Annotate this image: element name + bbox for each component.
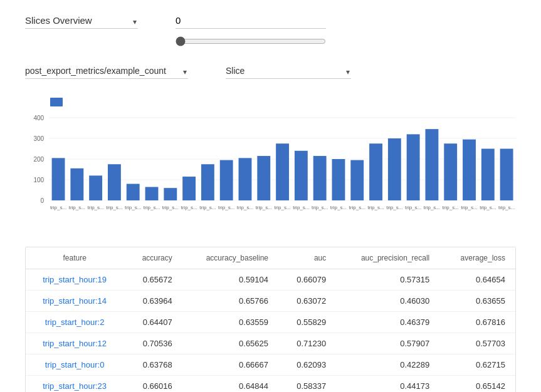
svg-text:trip_s...: trip_s... bbox=[181, 205, 197, 210]
cell-accuracy-baseline: 0.65625 bbox=[182, 333, 278, 354]
col-accuracy-baseline: accuracy_baseline bbox=[182, 247, 278, 269]
svg-rect-18 bbox=[127, 184, 140, 200]
cell-auc-precision-recall: 0.42289 bbox=[336, 354, 439, 376]
cell-average-loss: 0.65142 bbox=[439, 376, 515, 393]
svg-text:trip_s...: trip_s... bbox=[50, 205, 66, 210]
svg-rect-50 bbox=[425, 129, 438, 200]
cell-feature: trip_start_hour:2 bbox=[26, 312, 123, 333]
threshold-slider[interactable] bbox=[176, 36, 326, 46]
cell-auc-precision-recall: 0.44173 bbox=[336, 376, 439, 393]
table-row: trip_start_hour:19 0.65672 0.59104 0.660… bbox=[26, 269, 515, 291]
col-average-loss: average_loss bbox=[439, 247, 515, 269]
svg-rect-46 bbox=[388, 138, 401, 200]
svg-text:trip_s...: trip_s... bbox=[144, 205, 160, 210]
cell-auc: 0.62093 bbox=[278, 354, 336, 376]
svg-text:trip_s...: trip_s... bbox=[199, 205, 216, 210]
cell-feature: trip_start_hour:19 bbox=[26, 269, 123, 291]
svg-rect-54 bbox=[463, 140, 476, 200]
sort-by-dropdown[interactable]: Slice ▾ bbox=[226, 66, 351, 79]
svg-rect-14 bbox=[89, 175, 102, 200]
svg-text:trip_s...: trip_s... bbox=[256, 205, 272, 210]
svg-text:trip_s...: trip_s... bbox=[480, 205, 496, 210]
cell-auc-precision-recall: 0.57907 bbox=[336, 333, 439, 354]
cell-accuracy: 0.70536 bbox=[123, 333, 182, 354]
cell-accuracy: 0.63964 bbox=[123, 291, 182, 312]
svg-rect-40 bbox=[332, 159, 345, 200]
svg-text:trip_s...: trip_s... bbox=[87, 205, 103, 210]
col-accuracy: accuracy bbox=[123, 247, 182, 269]
legend-color-swatch bbox=[50, 98, 63, 106]
cell-accuracy: 0.64407 bbox=[123, 312, 182, 333]
svg-text:trip_s...: trip_s... bbox=[405, 205, 421, 210]
svg-text:0: 0 bbox=[41, 197, 45, 204]
cell-accuracy: 0.63768 bbox=[123, 354, 182, 376]
cell-auc: 0.55829 bbox=[278, 312, 336, 333]
table-header-row: feature accuracy accuracy_baseline auc a… bbox=[26, 247, 515, 269]
svg-rect-28 bbox=[220, 160, 233, 200]
cell-accuracy: 0.65672 bbox=[123, 269, 182, 291]
svg-rect-38 bbox=[313, 156, 327, 200]
data-table: feature accuracy accuracy_baseline auc a… bbox=[25, 247, 516, 392]
cell-auc-precision-recall: 0.46030 bbox=[336, 291, 439, 312]
svg-text:trip_s...: trip_s... bbox=[498, 205, 515, 210]
svg-text:trip_s...: trip_s... bbox=[274, 205, 290, 210]
cell-accuracy-baseline: 0.66667 bbox=[182, 354, 278, 376]
cell-auc: 0.71230 bbox=[278, 333, 336, 354]
show-dropdown[interactable]: post_export_metrics/example_count ▾ bbox=[25, 66, 188, 79]
cell-auc-precision-recall: 0.46379 bbox=[336, 312, 439, 333]
svg-text:100: 100 bbox=[33, 177, 44, 183]
cell-average-loss: 0.57703 bbox=[439, 333, 515, 354]
sort-by-select[interactable]: Slice bbox=[226, 66, 351, 76]
svg-text:trip_s...: trip_s... bbox=[125, 205, 141, 210]
chart-svg: 400 300 200 100 0 trip_s...trip_s...trip… bbox=[25, 111, 516, 237]
svg-text:trip_s...: trip_s... bbox=[106, 205, 122, 210]
svg-text:trip_s...: trip_s... bbox=[312, 205, 328, 210]
svg-rect-20 bbox=[145, 187, 159, 200]
svg-rect-22 bbox=[164, 188, 177, 200]
visualization-select[interactable]: Slices Overview bbox=[25, 15, 138, 26]
visualization-dropdown[interactable]: Slices Overview ▾ bbox=[25, 15, 138, 29]
svg-text:trip_s...: trip_s... bbox=[386, 205, 402, 210]
cell-average-loss: 0.63655 bbox=[439, 291, 515, 312]
cell-auc-precision-recall: 0.57315 bbox=[336, 269, 439, 291]
cell-average-loss: 0.62715 bbox=[439, 354, 515, 376]
threshold-slider-wrapper bbox=[176, 36, 326, 48]
svg-rect-44 bbox=[369, 143, 382, 200]
svg-rect-42 bbox=[350, 160, 364, 200]
col-auc: auc bbox=[278, 247, 336, 269]
cell-accuracy-baseline: 0.59104 bbox=[182, 269, 278, 291]
cell-accuracy-baseline: 0.64844 bbox=[182, 376, 278, 393]
svg-rect-26 bbox=[201, 164, 214, 200]
chart-area: 400 300 200 100 0 trip_s...trip_s...trip… bbox=[25, 91, 516, 237]
svg-text:trip_s...: trip_s... bbox=[461, 205, 477, 210]
cell-feature: trip_start_hour:14 bbox=[26, 291, 123, 312]
svg-rect-48 bbox=[407, 134, 420, 200]
threshold-input[interactable] bbox=[176, 15, 326, 29]
cell-auc: 0.58337 bbox=[278, 376, 336, 393]
show-select[interactable]: post_export_metrics/example_count bbox=[25, 66, 188, 76]
svg-rect-52 bbox=[444, 143, 457, 200]
svg-text:trip_s...: trip_s... bbox=[237, 205, 253, 210]
svg-text:trip_s...: trip_s... bbox=[293, 205, 309, 210]
svg-rect-32 bbox=[257, 156, 270, 200]
svg-rect-56 bbox=[481, 149, 495, 201]
svg-text:trip_s...: trip_s... bbox=[330, 205, 347, 210]
chart-legend bbox=[50, 98, 516, 106]
svg-rect-34 bbox=[276, 143, 289, 200]
svg-text:trip_s...: trip_s... bbox=[367, 205, 384, 210]
svg-text:trip_s...: trip_s... bbox=[349, 205, 365, 210]
svg-text:trip_s...: trip_s... bbox=[218, 205, 234, 210]
cell-feature: trip_start_hour:12 bbox=[26, 333, 123, 354]
svg-text:400: 400 bbox=[33, 115, 44, 121]
svg-rect-36 bbox=[295, 151, 308, 200]
cell-accuracy: 0.66016 bbox=[123, 376, 182, 393]
table-row: trip_start_hour:0 0.63768 0.66667 0.6209… bbox=[26, 354, 515, 376]
col-auc-precision-recall: auc_precision_recall bbox=[336, 247, 439, 269]
svg-rect-58 bbox=[500, 149, 513, 201]
cell-auc: 0.66079 bbox=[278, 269, 336, 291]
cell-auc: 0.63072 bbox=[278, 291, 336, 312]
cell-feature: trip_start_hour:23 bbox=[26, 376, 123, 393]
svg-rect-16 bbox=[108, 164, 121, 200]
svg-rect-10 bbox=[52, 158, 65, 200]
svg-text:200: 200 bbox=[33, 156, 44, 163]
